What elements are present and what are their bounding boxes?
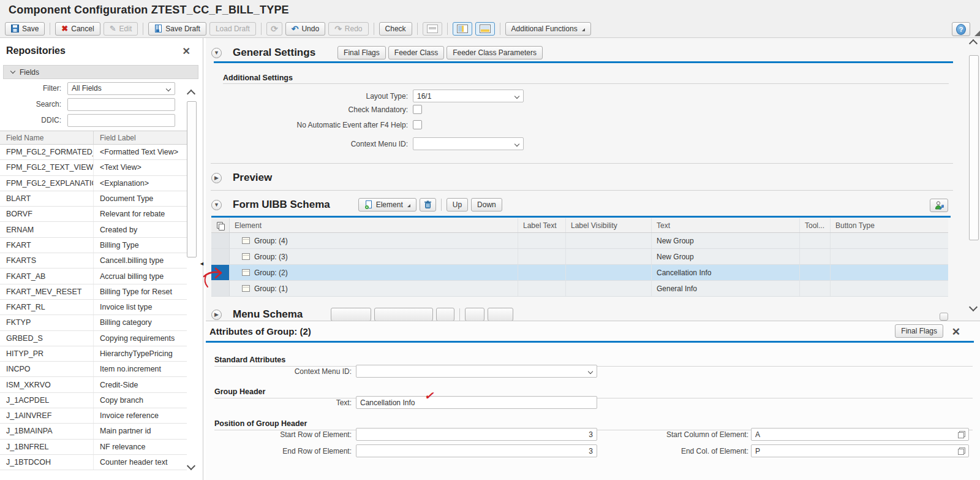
down-button[interactable]: Down xyxy=(471,198,502,211)
column-header-toolbar[interactable]: Tool... xyxy=(799,218,830,232)
collapse-collapsed-icon[interactable]: ▶ xyxy=(211,173,222,183)
row-selector-cell[interactable] xyxy=(211,249,230,264)
no-auto-event-checkbox[interactable] xyxy=(413,120,422,129)
end-col-input[interactable] xyxy=(751,444,969,457)
table-row[interactable]: BORVFRelevant for rebate xyxy=(0,207,187,222)
start-col-input[interactable] xyxy=(751,428,969,441)
context-menu-dropdown[interactable] xyxy=(413,137,524,150)
load-draft-button[interactable]: Load Draft xyxy=(209,22,256,36)
uibb-schema-row[interactable]: Group: (4)New Group xyxy=(211,233,948,249)
undo-button[interactable]: ↶ Undo xyxy=(285,22,325,36)
column-header-label-visibility[interactable]: Label Visibility xyxy=(565,218,651,232)
fields-section-header[interactable]: Fields xyxy=(3,65,198,79)
table-row[interactable]: FPM_FGL2_FORMATED_...<Formatted Text Vie… xyxy=(0,145,187,160)
table-row[interactable]: FKTYPBilling category xyxy=(0,315,187,330)
column-header-button-type[interactable]: Button Type xyxy=(830,218,948,232)
edit-button[interactable]: ✎ Edit xyxy=(104,22,138,36)
button-type-cell xyxy=(830,233,948,248)
table-row[interactable]: J_1BTDCOHCounter header text xyxy=(0,455,187,470)
value-help-icon[interactable] xyxy=(958,448,965,455)
feeder-class-button[interactable]: Feeder Class xyxy=(388,46,444,59)
column-header-label-text[interactable]: Label Text xyxy=(518,218,565,232)
scroll-up-icon[interactable] xyxy=(969,39,978,48)
layout-side-panel-button[interactable] xyxy=(453,22,472,36)
additional-functions-button[interactable]: Additional Functions xyxy=(505,22,591,36)
collapse-collapsed-icon[interactable]: ▶ xyxy=(211,310,222,320)
table-row[interactable]: FKARTSCancell.billing type xyxy=(0,253,187,269)
scroll-up-icon[interactable] xyxy=(187,90,195,98)
help-button[interactable]: ? xyxy=(952,22,970,36)
uibb-schema-row[interactable]: Group: (1)General Info xyxy=(211,281,948,297)
table-row[interactable]: FKART_MEV_RESETBilling Type for Reset xyxy=(0,284,187,300)
collapse-expanded-icon[interactable]: ▼ xyxy=(211,48,222,58)
check-mandatory-checkbox[interactable] xyxy=(413,105,422,114)
table-row[interactable]: J_1AINVREFInvoice reference xyxy=(0,408,187,424)
menu-schema-button[interactable] xyxy=(436,308,454,321)
table-row[interactable]: BLARTDocument Type xyxy=(0,191,187,207)
uibb-schema-row[interactable]: Group: (2)Cancellation Info xyxy=(211,265,948,281)
select-all-cell[interactable] xyxy=(211,218,230,232)
table-row[interactable]: J_1ACPDELCopy branch xyxy=(0,393,187,408)
check-button[interactable]: Check xyxy=(379,22,412,36)
group-header-text-input[interactable] xyxy=(356,396,597,409)
menu-schema-button[interactable] xyxy=(465,308,484,321)
close-icon[interactable]: ✕ xyxy=(952,326,960,338)
table-row[interactable]: FPM_FGL2_EXPLANATION<Explanation> xyxy=(0,176,187,191)
column-header-field-label[interactable]: Field Label xyxy=(93,131,187,144)
column-header-element[interactable]: Element xyxy=(230,221,518,230)
personalize-button[interactable] xyxy=(930,199,948,212)
delete-button[interactable] xyxy=(420,198,436,211)
table-row[interactable]: ISM_XKRVOCredit-Side xyxy=(0,377,187,392)
table-row[interactable]: FKARTBilling Type xyxy=(0,238,187,253)
final-flags-button[interactable]: Final Flags xyxy=(337,46,386,59)
menu-schema-button[interactable] xyxy=(488,308,513,321)
table-row[interactable]: HITYP_PRHierarchyTypePricing xyxy=(0,346,187,362)
scrollbar-thumb[interactable] xyxy=(187,101,197,257)
menu-schema-button[interactable] xyxy=(331,308,371,321)
save-button[interactable]: Save xyxy=(5,22,45,36)
row-selector-cell[interactable] xyxy=(211,265,230,280)
table-row[interactable]: J_1BMAINPAMain partner id xyxy=(0,424,187,439)
table-row[interactable]: FPM_FGL2_TEXT_VIEW<Text View> xyxy=(0,160,187,175)
repositories-scrollbar[interactable] xyxy=(187,91,197,471)
menu-schema-button[interactable] xyxy=(374,308,433,321)
scrollbar-thumb[interactable] xyxy=(969,55,979,240)
layout-type-dropdown[interactable]: 16/1 xyxy=(413,90,524,102)
table-row[interactable]: FKART_ABAccrual billing type xyxy=(0,269,187,284)
cancel-button[interactable]: ✖ Cancel xyxy=(55,22,100,36)
menu-schema-personalize-button[interactable] xyxy=(940,313,948,321)
save-draft-button[interactable]: Save Draft xyxy=(148,22,206,36)
row-selector-cell[interactable] xyxy=(211,233,230,248)
close-icon[interactable]: ✕ xyxy=(183,45,190,57)
uibb-schema-row[interactable]: Group: (3)New Group xyxy=(211,249,948,265)
value-help-icon[interactable] xyxy=(958,431,965,438)
ddic-input[interactable] xyxy=(67,114,175,127)
table-row[interactable]: INCPOItem no.increment xyxy=(0,362,187,377)
start-row-input[interactable] xyxy=(356,428,597,441)
table-row[interactable]: ERNAMCreated by xyxy=(0,222,187,237)
column-header-text[interactable]: Text xyxy=(651,218,799,232)
attributes-final-flags-button[interactable]: Final Flags xyxy=(895,324,943,338)
add-element-button[interactable]: Element xyxy=(358,198,417,211)
layout-single-button[interactable] xyxy=(423,22,442,36)
content-scrollbar[interactable] xyxy=(969,40,979,316)
layout-bottom-panel-button[interactable] xyxy=(475,22,495,36)
end-row-input[interactable] xyxy=(356,444,597,457)
layout-type-value: 16/1 xyxy=(417,92,431,101)
refresh-button[interactable]: ⟳ xyxy=(266,22,282,36)
table-row[interactable]: GRBED_SCopying requirements xyxy=(0,331,187,346)
up-button[interactable]: Up xyxy=(447,198,468,211)
scroll-down-icon[interactable] xyxy=(969,303,978,311)
attr-context-menu-dropdown[interactable] xyxy=(356,365,597,378)
collapse-expanded-icon[interactable]: ▼ xyxy=(211,200,222,210)
search-input[interactable] xyxy=(67,98,175,111)
row-selector-cell[interactable] xyxy=(211,281,230,296)
splitter-collapse-icon[interactable]: ◄ xyxy=(199,259,204,269)
feeder-class-parameters-button[interactable]: Feeder Class Parameters xyxy=(447,46,543,59)
scroll-down-icon[interactable] xyxy=(187,462,195,470)
table-row[interactable]: J_1BNFRELNF relevance xyxy=(0,440,187,455)
table-row[interactable]: FKART_RLInvoice list type xyxy=(0,300,187,315)
filter-dropdown[interactable]: All Fields xyxy=(67,82,175,95)
redo-button[interactable]: ↷ Redo xyxy=(328,22,368,36)
column-header-field-name[interactable]: Field Name xyxy=(0,134,93,142)
